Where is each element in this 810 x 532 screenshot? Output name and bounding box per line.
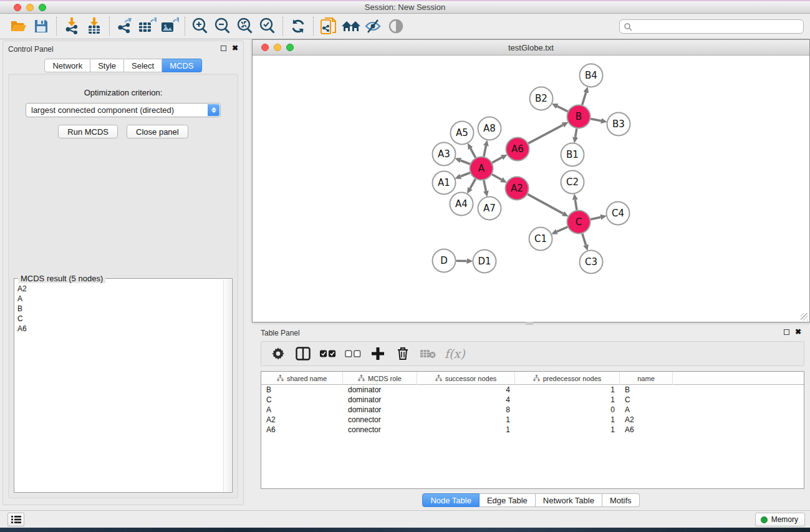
tab-mcds[interactable]: MCDS: [162, 59, 201, 72]
apply-layout-icon[interactable]: [287, 16, 309, 36]
edge-A-A1[interactable]: [461, 173, 470, 177]
zoom-in-icon[interactable]: [189, 16, 211, 36]
edge-C-C4[interactable]: [591, 217, 600, 220]
mcds-result-item[interactable]: A: [16, 294, 223, 304]
save-session-icon[interactable]: [30, 16, 52, 36]
edge-A2-C[interactable]: [528, 194, 563, 213]
cell-mcds_role[interactable]: connector: [343, 415, 417, 425]
mcds-result-item[interactable]: B: [16, 304, 223, 314]
graph-node-A4[interactable]: A4: [450, 193, 473, 216]
cell-successor_nodes[interactable]: 4: [417, 395, 515, 405]
graph-node-A7[interactable]: A7: [478, 197, 501, 220]
graph-node-C1[interactable]: C1: [529, 228, 552, 251]
export-network-icon[interactable]: [113, 16, 136, 36]
zoom-fit-icon[interactable]: [234, 16, 256, 36]
cell-successor_nodes[interactable]: 1: [417, 425, 515, 435]
close-table-panel-icon[interactable]: ✖: [795, 329, 801, 335]
cell-shared_name[interactable]: A: [261, 405, 343, 415]
add-column-icon[interactable]: [370, 346, 386, 362]
table-row[interactable]: A2connector11A2: [261, 415, 804, 425]
graph-node-B[interactable]: B: [567, 105, 591, 128]
new-network-from-selection-icon[interactable]: [317, 16, 340, 36]
network-window-titlebar[interactable]: testGlobe.txt: [253, 40, 809, 56]
edge-C-C2[interactable]: [575, 200, 577, 210]
result-scrollbar[interactable]: [223, 279, 231, 491]
tab-style[interactable]: Style: [90, 59, 124, 72]
graph-node-B2[interactable]: B2: [530, 87, 553, 110]
cell-predecessor_nodes[interactable]: 1: [515, 385, 620, 395]
memory-button[interactable]: Memory: [755, 513, 805, 526]
tab-network-table[interactable]: Network Table: [536, 493, 602, 507]
settings-gear-icon[interactable]: [270, 346, 286, 362]
cell-mcds_role[interactable]: connector: [343, 425, 417, 435]
cell-shared_name[interactable]: C: [261, 395, 343, 405]
column-header-predecessor-nodes[interactable]: predecessor nodes: [515, 372, 620, 385]
edge-A-A3[interactable]: [461, 160, 470, 164]
deselect-all-columns-icon[interactable]: [345, 346, 361, 362]
cell-mcds_role[interactable]: dominator: [343, 395, 417, 405]
edge-B-B2[interactable]: [557, 106, 568, 111]
edge-A-A6[interactable]: [492, 157, 502, 162]
cell-name[interactable]: C: [620, 395, 673, 405]
edge-A-A8[interactable]: [484, 146, 486, 157]
cell-predecessor_nodes[interactable]: 1: [515, 395, 620, 405]
minimize-network-window-button[interactable]: [274, 44, 281, 51]
table-row[interactable]: Bdominator41B: [261, 385, 804, 395]
cell-shared_name[interactable]: A6: [261, 425, 343, 435]
column-header-shared-name[interactable]: shared name: [261, 372, 343, 385]
import-table-icon[interactable]: [83, 16, 105, 36]
search-input[interactable]: [632, 20, 803, 33]
cell-mcds_role[interactable]: dominator: [343, 405, 417, 415]
graph-node-D1[interactable]: D1: [473, 250, 496, 273]
graph-node-A5[interactable]: A5: [451, 122, 474, 145]
cell-name[interactable]: A: [620, 405, 673, 415]
graph-node-D[interactable]: D: [433, 249, 456, 273]
mcds-result-item[interactable]: C: [16, 314, 223, 324]
close-panel-button[interactable]: Close panel: [127, 125, 188, 138]
split-panel-icon[interactable]: [295, 346, 311, 362]
zoom-window-button[interactable]: [39, 4, 46, 11]
float-panel-icon[interactable]: [221, 46, 226, 51]
import-network-icon[interactable]: [60, 16, 83, 36]
tab-network[interactable]: Network: [44, 59, 90, 72]
graph-node-C[interactable]: C: [567, 211, 591, 234]
graph-node-B1[interactable]: B1: [561, 143, 584, 167]
edge-B-B4[interactable]: [582, 92, 586, 105]
first-neighbors-icon[interactable]: [340, 16, 362, 36]
hide-selected-icon[interactable]: [362, 16, 385, 36]
export-image-icon[interactable]: [158, 16, 181, 36]
edge-C-C1[interactable]: [557, 227, 567, 232]
edge-A-A7[interactable]: [484, 180, 486, 191]
edge-A-A5[interactable]: [471, 148, 476, 158]
cell-successor_nodes[interactable]: 1: [417, 415, 515, 425]
close-window-button[interactable]: [14, 4, 21, 11]
select-all-columns-icon[interactable]: [320, 346, 336, 362]
cell-shared_name[interactable]: A2: [261, 415, 343, 425]
search-field[interactable]: [619, 19, 804, 34]
float-table-panel-icon[interactable]: [784, 329, 789, 335]
graph-node-C2[interactable]: C2: [561, 171, 584, 194]
column-header-successor-nodes[interactable]: successor nodes: [417, 372, 515, 385]
zoom-network-window-button[interactable]: [286, 44, 294, 51]
graph-node-C4[interactable]: C4: [607, 202, 630, 225]
graph-node-B3[interactable]: B3: [607, 113, 630, 136]
table-row[interactable]: Cdominator41C: [261, 395, 804, 405]
mcds-result-item[interactable]: A2: [16, 284, 223, 294]
window-resize-grip[interactable]: [801, 313, 808, 321]
delete-column-icon[interactable]: [395, 346, 411, 362]
minimize-window-button[interactable]: [26, 4, 34, 11]
cell-predecessor_nodes[interactable]: 1: [515, 425, 620, 435]
cell-shared_name[interactable]: B: [261, 385, 343, 395]
table-row[interactable]: A6connector11A6: [261, 425, 804, 435]
tab-select[interactable]: Select: [124, 59, 162, 72]
cell-mcds_role[interactable]: dominator: [343, 385, 417, 395]
edge-A-A4[interactable]: [470, 179, 476, 188]
graph-node-A1[interactable]: A1: [433, 172, 456, 195]
tab-motifs[interactable]: Motifs: [602, 493, 640, 507]
edge-C-C3[interactable]: [582, 234, 586, 245]
edge-B-B3[interactable]: [591, 119, 601, 121]
zoom-out-icon[interactable]: [211, 16, 234, 36]
show-all-icon[interactable]: [385, 16, 407, 36]
tab-node-table[interactable]: Node Table: [422, 493, 480, 507]
column-header-MCDS-role[interactable]: MCDS role: [343, 372, 417, 385]
